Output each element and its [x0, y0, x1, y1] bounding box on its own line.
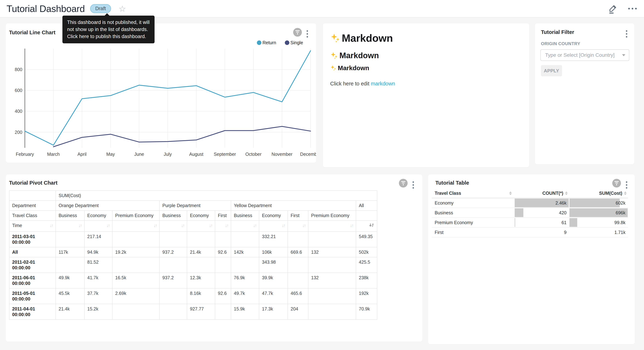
sort-icon[interactable]: ↓↑	[225, 223, 228, 228]
sort-icon	[565, 192, 568, 195]
pivot-metric-label: SUM(Cost)	[56, 190, 377, 200]
pivot-cell: 45.5k	[56, 288, 84, 304]
pivot-cell: 49.7k	[231, 288, 259, 304]
cell-sum-cost: 696k	[569, 208, 628, 218]
pivot-table: SUM(Cost) Department Orange Department P…	[9, 190, 377, 320]
pivot-cell	[160, 288, 187, 304]
pivot-cell	[215, 304, 231, 320]
tooltip-text: This dashboard is not published, it will…	[67, 20, 150, 39]
pivot-row-header: All	[9, 247, 56, 257]
sort-icon[interactable]: ↓↑	[154, 223, 156, 228]
sort-icon[interactable]: ↓↑	[282, 223, 285, 228]
count-bar	[515, 208, 523, 217]
sort-descending-icon[interactable]	[369, 223, 374, 230]
filter-title: Tutorial Filter	[541, 29, 574, 35]
filter-kebab-menu-icon[interactable]	[625, 29, 628, 39]
pivot-cell	[187, 257, 215, 273]
pivot-cell: 238k	[356, 273, 377, 288]
svg-text:600: 600	[15, 88, 22, 93]
markdown-card[interactable]: Markdown Markdown Markdown Click here to…	[323, 24, 529, 167]
sort-icon[interactable]: ↓↑	[78, 223, 82, 228]
col-header-sum-cost[interactable]: SUM(Cost)	[569, 190, 628, 196]
pivot-cell	[308, 304, 356, 320]
pivot-data-row: 2011-02-01 00:00:0081.52343.98425.5	[9, 257, 377, 273]
pivot-cell	[215, 257, 231, 273]
sort-icon[interactable]: ↓↑	[253, 223, 256, 228]
pivot-cell	[288, 273, 308, 288]
cell-count: 61	[514, 218, 569, 227]
cell-count: 2.46k	[514, 198, 569, 208]
pivot-cell: 92.6	[215, 247, 231, 257]
sort-icon[interactable]: ↓↑	[106, 223, 110, 228]
pivot-group-all: All	[356, 200, 377, 210]
pivot-group-yellow: Yellow Department	[231, 200, 356, 210]
cell-sum-cost: 99.8k	[569, 218, 628, 227]
pivot-cell: 204	[288, 304, 308, 320]
pivot-class-col: First	[288, 210, 308, 220]
cell-travel-class: Business	[432, 208, 514, 218]
apply-button[interactable]: APPLY	[541, 65, 562, 76]
sort-icon[interactable]: ↓↑	[50, 223, 53, 228]
svg-text:May: May	[106, 152, 115, 157]
cell-count: 9	[514, 228, 569, 237]
dashboard-header: Tutorial Dashboard Draft ☆	[0, 0, 644, 18]
cell-travel-class: Economy	[432, 198, 514, 208]
pivot-cell: 70.9k	[356, 304, 377, 320]
pivot-cell	[231, 257, 259, 273]
pivot-kebab-menu-icon[interactable]	[412, 180, 415, 190]
sort-icon[interactable]: ↓↑	[302, 223, 305, 228]
svg-text:April: April	[78, 152, 86, 157]
pivot-row-header: 2011-03-01 00:00:00	[9, 232, 56, 247]
col-header-count[interactable]: COUNT(*)	[514, 190, 569, 196]
pivot-class-col: Premium Economy	[112, 210, 160, 220]
svg-text:March: March	[47, 152, 60, 157]
pivot-cell: 465.6	[288, 288, 308, 304]
markdown-paragraph-text: Click here to edit	[330, 81, 371, 86]
draft-status-badge[interactable]: Draft	[90, 4, 111, 13]
markdown-h3: Markdown	[330, 64, 369, 72]
pivot-cell: 192k	[356, 288, 377, 304]
pivot-cell: 21.4k	[187, 247, 215, 257]
markdown-edit-link[interactable]: markdown	[371, 81, 395, 86]
sum-bar	[570, 198, 620, 207]
edit-dashboard-icon[interactable]	[608, 4, 618, 14]
pivot-cell: 502k	[356, 247, 377, 257]
pivot-time-sort-row: Time ↓↑ ↓↑↓↑↓↑↓↑↓↑↓↑↓↑↓↑↓↑↓↑	[9, 220, 377, 232]
origin-country-select[interactable]: Type or Select [Origin Country]	[540, 49, 629, 61]
pivot-class-col: Economy	[259, 210, 288, 220]
table-row: Economy2.46k602k	[432, 198, 628, 208]
applied-filters-icon[interactable]	[399, 179, 408, 188]
sort-icon[interactable]: ↓↑	[181, 223, 184, 228]
pivot-cell: 132	[308, 247, 356, 257]
pivot-time-label-cell: Time ↓↑	[9, 220, 56, 232]
markdown-paragraph: Click here to edit markdown	[330, 81, 395, 87]
col-header-travel-class[interactable]: Travel Class	[432, 190, 514, 196]
favorite-star-icon[interactable]: ☆	[119, 4, 126, 13]
pivot-cell: 343.98	[259, 257, 288, 273]
origin-country-label: ORIGIN COUNTRY	[541, 41, 580, 46]
pivot-cell: 927.77	[187, 304, 215, 320]
pivot-cell	[187, 232, 215, 247]
sort-icon[interactable]: ↓↑	[209, 223, 212, 228]
pivot-cell	[56, 232, 84, 247]
filter-card: Tutorial Filter ORIGIN COUNTRY Type or S…	[535, 24, 634, 164]
line-chart-svg: 200400600800FebruaryMarchAprilMayJuneJul…	[6, 24, 316, 163]
cell-sum-cost: 602k	[569, 198, 628, 208]
applied-filters-icon[interactable]	[612, 179, 621, 188]
pivot-sort-cell: ↓↑	[288, 220, 308, 232]
pivot-sort-cell: ↓↑	[259, 220, 288, 232]
sort-icon	[624, 192, 626, 195]
sort-icon[interactable]: ↓↑	[350, 223, 353, 228]
more-options-icon[interactable]	[628, 8, 637, 10]
markdown-h2-text: Markdown	[340, 51, 379, 60]
svg-text:February: February	[16, 152, 34, 157]
markdown-h3-text: Markdown	[338, 64, 369, 72]
tooltip-arrow	[104, 13, 110, 16]
pivot-cell	[215, 232, 231, 247]
pivot-cell: 12.3k	[187, 273, 215, 288]
pivot-cell: 17.3k	[259, 304, 288, 320]
pivot-cell: 37.7k	[84, 288, 112, 304]
pivot-class-col: First	[215, 210, 231, 220]
svg-text:September: September	[214, 152, 236, 157]
pivot-cell: 15.2k	[84, 304, 112, 320]
